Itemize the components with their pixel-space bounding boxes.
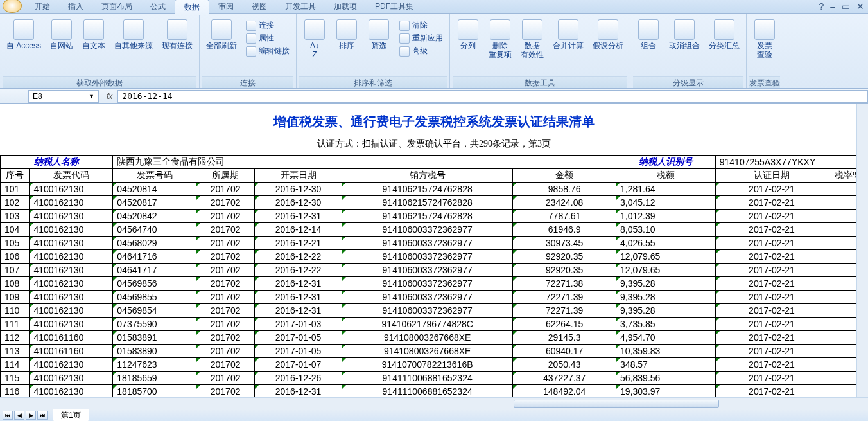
cell[interactable]: 201702	[196, 210, 255, 223]
cell[interactable]: 914106003372362977	[342, 223, 513, 237]
cell[interactable]: 04564740	[113, 223, 196, 237]
cell[interactable]: 914106003372362977	[342, 304, 513, 318]
cell[interactable]: 201702	[196, 372, 255, 385]
cell[interactable]: 91410621796774828C	[342, 318, 513, 331]
cell[interactable]: 4100161160	[30, 331, 113, 345]
cell[interactable]: 2017-02-21	[715, 291, 828, 304]
cell[interactable]: 2017-02-21	[715, 250, 828, 264]
cell[interactable]: 113	[1, 345, 30, 358]
column-header[interactable]: 所属期	[196, 169, 255, 183]
cell[interactable]: 4100162130	[30, 385, 113, 398]
cell[interactable]: 12,079.65	[616, 264, 716, 277]
ribbon-属性[interactable]: 属性	[245, 32, 291, 44]
cell[interactable]: 8,053.10	[616, 223, 716, 237]
nav-prev[interactable]: ◀	[14, 411, 24, 420]
formula-input[interactable]: 2016-12-14	[117, 90, 868, 103]
ribbon-自其他来源[interactable]: 自其他来源	[110, 18, 157, 51]
cell[interactable]: 9,395.28	[616, 291, 716, 304]
cell[interactable]: 4,026.55	[616, 237, 716, 250]
cell[interactable]: 9858.76	[513, 183, 616, 196]
cell[interactable]: 201702	[196, 264, 255, 277]
cell[interactable]: 04520842	[113, 210, 196, 223]
table-row[interactable]: 1084100162130045698562017022016-12-31914…	[1, 277, 868, 291]
column-header[interactable]: 开票日期	[255, 169, 342, 183]
cell[interactable]: 30973.45	[513, 237, 616, 250]
ribbon-合并计算[interactable]: 合并计算	[549, 18, 587, 51]
ribbon-筛选[interactable]: 筛选	[363, 18, 394, 51]
cell[interactable]: 201702	[196, 318, 255, 331]
table-row[interactable]: 1104100162130045698542017022016-12-31914…	[1, 304, 868, 318]
cell[interactable]: 114	[1, 358, 30, 372]
cell[interactable]: 914108003267668XE	[342, 331, 513, 345]
cell[interactable]: 7787.61	[513, 210, 616, 223]
cell[interactable]: 4,954.70	[616, 331, 716, 345]
cell[interactable]: 19,303.97	[616, 385, 716, 398]
cell[interactable]: 04568029	[113, 237, 196, 250]
cell[interactable]: 914106215724762828	[342, 196, 513, 210]
cell[interactable]: 2016-12-30	[255, 196, 342, 210]
cell[interactable]: 2050.43	[513, 358, 616, 372]
table-row[interactable]: 1154100162130181856592017022016-12-26914…	[1, 372, 868, 385]
cell[interactable]: 72271.38	[513, 277, 616, 291]
ribbon-全部刷新[interactable]: 全部刷新	[202, 18, 241, 51]
minimize-button[interactable]: –	[830, 1, 835, 12]
ribbon-自网站[interactable]: 自网站	[46, 18, 77, 51]
cell[interactable]: 4100162130	[30, 264, 113, 277]
cell[interactable]: 62264.15	[513, 318, 616, 331]
tab-审阅[interactable]: 审阅	[209, 0, 243, 15]
cell[interactable]: 4100162130	[30, 237, 113, 250]
cell[interactable]: 2016-12-31	[255, 210, 342, 223]
table-row[interactable]: 1034100162130045208422017022016-12-31914…	[1, 210, 868, 223]
cell[interactable]: 92920.35	[513, 264, 616, 277]
cell[interactable]: 437227.37	[513, 372, 616, 385]
tab-数据[interactable]: 数据	[175, 0, 209, 15]
cell[interactable]: 10,359.83	[616, 345, 716, 358]
name-box[interactable]: E8▼	[28, 90, 99, 103]
cell[interactable]: 201702	[196, 250, 255, 264]
tab-视图[interactable]: 视图	[243, 0, 276, 15]
cell[interactable]: 914106003372362977	[342, 250, 513, 264]
ribbon-自Access[interactable]: 自 Access	[3, 18, 45, 51]
cell[interactable]: 4100162130	[30, 210, 113, 223]
cell[interactable]: 72271.39	[513, 291, 616, 304]
cell[interactable]: 115	[1, 372, 30, 385]
table-row[interactable]: 1064100162130046417162017022016-12-22914…	[1, 250, 868, 264]
worksheet[interactable]: 增值税发票、通行费电子发票税控系统发票认证结果清单 认证方式：扫描认证、发票确认…	[0, 104, 868, 397]
column-header[interactable]: 认证日期	[715, 169, 828, 183]
cell[interactable]: 2017-02-21	[715, 345, 828, 358]
tab-公式[interactable]: 公式	[141, 0, 175, 15]
cell[interactable]: 914111006881652324	[342, 385, 513, 398]
ribbon-清除[interactable]: 清除	[398, 19, 444, 31]
table-row[interactable]: 1054100162130045680292017022016-12-21914…	[1, 237, 868, 250]
info-cell[interactable]: 914107255A3X77YKXY	[715, 156, 867, 169]
column-header[interactable]: 金额	[513, 169, 616, 183]
tab-页面布局[interactable]: 页面布局	[92, 0, 141, 15]
tab-开发工具[interactable]: 开发工具	[276, 0, 325, 15]
ribbon-重新应用[interactable]: 重新应用	[398, 32, 444, 44]
cell[interactable]: 4100162130	[30, 250, 113, 264]
cell[interactable]: 2017-02-21	[715, 318, 828, 331]
cell[interactable]: 2017-01-05	[255, 331, 342, 345]
cell[interactable]: 4100162130	[30, 196, 113, 210]
cell[interactable]: 914106003372362977	[342, 291, 513, 304]
cell[interactable]: 148492.04	[513, 385, 616, 398]
cell[interactable]: 4100162130	[30, 372, 113, 385]
cell[interactable]: 92920.35	[513, 250, 616, 264]
cell[interactable]: 2017-02-21	[715, 223, 828, 237]
data-table[interactable]: 纳税人名称陕西九豫三全食品有限公司纳税人识别号914107255A3X77YKX…	[0, 155, 868, 397]
cell[interactable]: 201702	[196, 304, 255, 318]
ribbon-组合[interactable]: 组合	[633, 18, 664, 51]
cell[interactable]: 2016-12-31	[255, 291, 342, 304]
cell[interactable]: 112	[1, 331, 30, 345]
horizontal-scrollbar[interactable]	[0, 397, 868, 409]
cell[interactable]: 04569855	[113, 291, 196, 304]
ribbon-自文本[interactable]: 自文本	[78, 18, 109, 51]
cell[interactable]: 4100162130	[30, 277, 113, 291]
cell[interactable]: 914106003372362977	[342, 277, 513, 291]
cell[interactable]: 2016-12-22	[255, 250, 342, 264]
cell[interactable]: 104	[1, 223, 30, 237]
column-header[interactable]: 税额	[616, 169, 716, 183]
cell[interactable]: 01583890	[113, 345, 196, 358]
cell[interactable]: 3,045.12	[616, 196, 716, 210]
cell[interactable]: 2016-12-30	[255, 183, 342, 196]
